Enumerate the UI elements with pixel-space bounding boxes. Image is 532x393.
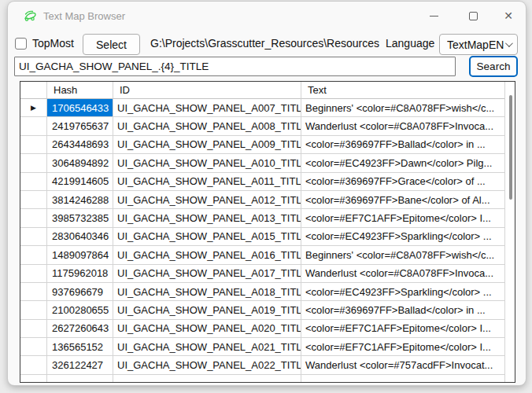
table-row: 1489097864UI_GACHA_SHOW_PANEL_A016_TITLE…	[20, 246, 504, 264]
row-header-cell[interactable]	[20, 283, 47, 301]
text-cell[interactable]: <color=#369697FF>Grace</color> of ...	[301, 173, 504, 191]
id-cell[interactable]: UI_GACHA_SHOW_PANEL_A019_TITLE	[113, 301, 301, 319]
column-header-text[interactable]: Text	[301, 82, 504, 99]
row-header-cell[interactable]	[20, 246, 47, 264]
text-cell[interactable]: <color=#EC4923FF>Sparkling</color> ...	[301, 228, 504, 246]
table-row: ▶1706546433UI_GACHA_SHOW_PANEL_A007_TITL…	[20, 99, 504, 117]
grid-header-row: Hash ID Text	[20, 82, 504, 99]
hash-cell[interactable]: 1175962018	[47, 265, 113, 283]
hash-cell[interactable]: 3985732385	[47, 209, 113, 227]
scrollbar-thumb[interactable]	[509, 95, 512, 200]
hash-cell[interactable]	[47, 375, 113, 382]
table-row: 4219914605UI_GACHA_SHOW_PANEL_A011_TITLE…	[20, 173, 504, 191]
maximize-button[interactable]	[461, 6, 485, 26]
id-cell[interactable]: UI_GACHA_SHOW_PANEL_A021_TITLE	[113, 338, 301, 356]
vertical-scrollbar[interactable]	[504, 82, 515, 382]
text-map-browser-window: Text Map Browser ✕ TopMost Select G:\Pro…	[8, 2, 526, 385]
hash-cell[interactable]: 1706546433	[47, 99, 113, 117]
id-cell[interactable]: UI_GACHA_SHOW_PANEL_A020_TITLE	[113, 320, 301, 338]
text-cell[interactable]: <color=#EF7C1AFF>Epitome</color> I...	[301, 209, 504, 227]
text-cell[interactable]: Beginners' <color=#C8A078FF>wish</c...	[301, 246, 504, 264]
text-cell[interactable]: Wanderlust <color=#C8A078FF>Invoca...	[301, 265, 504, 283]
row-header-cell[interactable]	[20, 136, 47, 154]
row-header-cell[interactable]: ▶	[20, 99, 47, 117]
current-row-arrow-icon: ▶	[31, 104, 36, 112]
id-cell[interactable]: UI_GACHA_SHOW_PANEL_A011_TITLE	[113, 173, 301, 191]
text-cell[interactable]: <color=#EC4923FF>Dawn</color> Pilg...	[301, 154, 504, 172]
row-header-cell[interactable]	[20, 117, 47, 135]
text-cell[interactable]: Wanderlust <color=#757acdFF>Invocat...	[301, 356, 504, 374]
minimize-icon	[430, 16, 438, 17]
table-row: 1175962018UI_GACHA_SHOW_PANEL_A017_TITLE…	[20, 265, 504, 283]
row-header-cell[interactable]	[20, 154, 47, 172]
hash-cell[interactable]: 937696679	[47, 283, 113, 301]
text-cell[interactable]: <color=#369697FF>Ballad</color> in ...	[301, 301, 504, 319]
select-button[interactable]: Select	[83, 34, 140, 55]
text-cell[interactable]: <color=#EF7C1AFF>Epitome</color> I...	[301, 338, 504, 356]
minimize-button[interactable]	[422, 6, 445, 26]
row-header-cell[interactable]	[20, 356, 47, 374]
table-row: 2643448693UI_GACHA_SHOW_PANEL_A009_TITLE…	[20, 136, 504, 154]
id-cell[interactable]: UI_GACHA_SHOW_PANEL_A016_TITLE	[113, 246, 301, 264]
text-cell[interactable]: <color=#369697FF>Ballad</color> in ...	[301, 136, 504, 154]
id-cell[interactable]: UI_GACHA_SHOW_PANEL_A012_TITLE	[113, 191, 301, 209]
row-header-cell[interactable]	[20, 375, 47, 382]
hash-cell[interactable]: 2419765637	[47, 117, 113, 135]
grasshopper-app-icon	[23, 9, 39, 23]
text-cell[interactable]: Beginners' <color=#C8A078FF>wish</c...	[301, 99, 504, 117]
chevron-down-icon	[505, 39, 513, 47]
resources-path: G:\Projects\Grasscutter_Resources\Resour…	[150, 37, 379, 50]
text-cell[interactable]: <color=#EC4923FF>Sparkling</color> ...	[301, 283, 504, 301]
id-cell[interactable]: UI_GACHA_SHOW_PANEL_A009_TITLE	[113, 136, 301, 154]
text-cell[interactable]: Wanderlust <color=#C8A078FF>Invoca...	[301, 117, 504, 135]
hash-cell[interactable]: 2830640346	[47, 228, 113, 246]
hash-cell[interactable]: 2643448693	[47, 136, 113, 154]
text-cell[interactable]: <color=#369697FF>Bane</color> of Al...	[301, 191, 504, 209]
row-header-cell[interactable]	[20, 191, 47, 209]
row-header-cell[interactable]	[20, 320, 47, 338]
column-header-id[interactable]: ID	[113, 82, 301, 99]
table-row: 2627260643UI_GACHA_SHOW_PANEL_A020_TITLE…	[20, 320, 504, 338]
id-cell[interactable]: UI_GACHA_SHOW_PANEL_A017_TITLE	[113, 265, 301, 283]
close-icon: ✕	[504, 10, 513, 21]
row-header-cell[interactable]	[20, 228, 47, 246]
id-cell[interactable]: UI_GACHA_SHOW_PANEL_A010_TITLE	[113, 154, 301, 172]
row-header-cell[interactable]	[20, 173, 47, 191]
textmap-data-grid: Hash ID Text ▶1706546433UI_GACHA_SHOW_PA…	[20, 81, 515, 383]
hash-cell[interactable]: 4219914605	[47, 173, 113, 191]
hash-cell[interactable]: 3814246288	[47, 191, 113, 209]
search-button[interactable]: Search	[469, 56, 518, 77]
search-input[interactable]	[14, 57, 456, 76]
id-cell[interactable]: UI_GACHA_SHOW_PANEL_A015_TITLE	[113, 228, 301, 246]
table-row: 3985732385UI_GACHA_SHOW_PANEL_A013_TITLE…	[20, 209, 504, 227]
topmost-checkbox[interactable]	[15, 38, 27, 50]
language-dropdown[interactable]: TextMapEN	[439, 34, 518, 55]
title-bar[interactable]: Text Map Browser ✕	[8, 2, 526, 30]
table-row: 2830640346UI_GACHA_SHOW_PANEL_A015_TITLE…	[20, 228, 504, 246]
id-cell[interactable]: UI_GACHA_SHOW_PANEL_A007_TITLE	[113, 99, 301, 117]
row-header-cell[interactable]	[20, 301, 47, 319]
window-title: Text Map Browser	[43, 10, 125, 22]
hash-cell[interactable]: 3064894892	[47, 154, 113, 172]
text-cell[interactable]: <color=#EF7C1AFF>Epitome</color> I...	[301, 320, 504, 338]
close-button[interactable]: ✕	[497, 6, 520, 26]
hash-cell[interactable]: 2627260643	[47, 320, 113, 338]
id-cell[interactable]: UI_GACHA_SHOW_PANEL_A013_TITLE	[113, 209, 301, 227]
screen-background: Text Map Browser ✕ TopMost Select G:\Pro…	[0, 0, 532, 393]
id-cell[interactable]	[113, 375, 301, 382]
hash-cell[interactable]: 326122427	[47, 356, 113, 374]
topmost-label: TopMost	[32, 37, 74, 50]
row-header-cell[interactable]	[20, 265, 47, 283]
id-cell[interactable]: UI_GACHA_SHOW_PANEL_A018_TITLE	[113, 283, 301, 301]
hash-cell[interactable]: 2100280655	[47, 301, 113, 319]
column-header-hash[interactable]: Hash	[47, 82, 113, 99]
text-cell[interactable]	[301, 375, 504, 382]
select-button-label: Select	[96, 39, 127, 51]
row-header-cell[interactable]	[20, 338, 47, 356]
id-cell[interactable]: UI_GACHA_SHOW_PANEL_A008_TITLE	[113, 117, 301, 135]
hash-cell[interactable]: 1489097864	[47, 246, 113, 264]
hash-cell[interactable]: 136565152	[47, 338, 113, 356]
row-header-cell[interactable]	[20, 209, 47, 227]
table-row	[20, 375, 504, 382]
id-cell[interactable]: UI_GACHA_SHOW_PANEL_A022_TITLE	[113, 356, 301, 374]
